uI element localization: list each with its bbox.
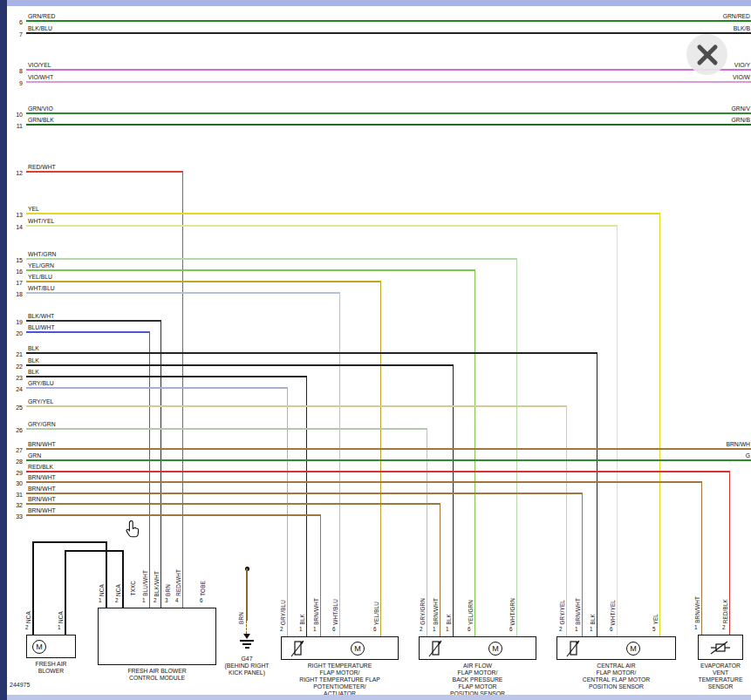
wire-color-label-22: BLK bbox=[28, 357, 39, 364]
wire-right-label-7: BLK/B bbox=[734, 25, 750, 31]
air-flow-flap-motor-label: BACK PRESSURE bbox=[413, 676, 543, 683]
wire-31 bbox=[26, 493, 583, 494]
fresh-air-blower-control-module-label: FRESH AIR BLOWER bbox=[92, 668, 222, 675]
central-air-flap-motor-pin-number: 2 bbox=[559, 626, 563, 632]
central-air-flap-motor-pin-label: GRY/YEL bbox=[559, 600, 565, 625]
potentiometer-icon bbox=[565, 639, 583, 662]
wire-number-13: 13 bbox=[7, 212, 23, 218]
wire-color-label-29: RED/BLK bbox=[28, 464, 53, 470]
air-flow-flap-motor-pin-number: 2 bbox=[420, 626, 423, 632]
air-flow-flap-motor-pin-number: 1 bbox=[446, 626, 449, 632]
wire-number-18: 18 bbox=[7, 291, 23, 297]
wire-number-15: 15 bbox=[7, 257, 23, 263]
wire-number-19: 19 bbox=[7, 319, 23, 325]
fresh-air-blower-pin-number: 2 bbox=[25, 624, 29, 630]
wire-17 bbox=[26, 281, 381, 282]
blower-wire-pin1-seg bbox=[65, 551, 66, 635]
fresh-air-blower-control-module-pin-number: 2 bbox=[154, 597, 157, 603]
wire-12 bbox=[26, 171, 183, 173]
wire-number-9: 9 bbox=[7, 80, 23, 86]
fresh-air-blower-control-module-label: CONTROL MODULE bbox=[92, 675, 222, 682]
right-temperature-flap-motor-pin-number: 1 bbox=[313, 626, 317, 632]
right-temperature-flap-motor-pin-label: BLK bbox=[299, 614, 305, 625]
wire-number-23: 23 bbox=[7, 375, 23, 381]
blower-wire-pin1-seg bbox=[122, 551, 124, 608]
diagram-number: 244975 bbox=[10, 682, 30, 688]
fresh-air-blower-pin-label: NCA bbox=[58, 611, 64, 623]
fresh-air-blower-control-module-pin-number: 2 bbox=[115, 597, 119, 603]
thermistor-icon bbox=[709, 640, 732, 659]
evaporator-vent-temperature-sensor-label: SENSOR bbox=[655, 683, 751, 690]
wire-25 bbox=[26, 405, 567, 407]
fresh-air-blower-control-module-pin-label: BLK/WHT bbox=[154, 571, 160, 596]
air-flow-flap-motor-pin-label: BLK bbox=[446, 614, 452, 625]
blower-wire-pin2-seg bbox=[32, 541, 107, 543]
wire-number-11: 11 bbox=[7, 123, 23, 129]
close-button[interactable] bbox=[686, 34, 727, 75]
right-temperature-flap-motor-pin-label: YEL/BLU bbox=[373, 601, 379, 625]
right-temperature-flap-motor-label: POTENTIOMETER/ bbox=[275, 683, 406, 690]
fresh-air-blower-control-module-pin-number: 4 bbox=[175, 597, 179, 603]
wire-20 bbox=[26, 331, 150, 333]
air-flow-flap-motor-pin-label: BRN/WHT bbox=[433, 598, 439, 625]
evaporator-vent-temperature-sensor-pin-label: RED/BLK bbox=[722, 599, 728, 623]
motor-icon: M bbox=[488, 642, 502, 656]
wire-color-label-33: BRN/WHT bbox=[28, 507, 56, 513]
blower-wire-pin2-seg bbox=[32, 542, 34, 635]
wire-number-17: 17 bbox=[7, 280, 23, 286]
right-temperature-flap-motor-label: RIGHT TEMPERATURE bbox=[275, 663, 406, 669]
wire-number-27: 27 bbox=[7, 447, 23, 453]
wire-10 bbox=[26, 112, 751, 114]
wire-12-drop bbox=[182, 172, 184, 608]
wire-24-drop bbox=[287, 388, 289, 636]
evaporator-vent-temperature-sensor-pin-label: BRN/WHT bbox=[694, 596, 700, 623]
fresh-air-blower-control-module-pin-number: 3 bbox=[165, 597, 168, 603]
wire-14 bbox=[26, 225, 618, 227]
right-temperature-flap-motor-pin-label: BRN/WHT bbox=[313, 598, 319, 625]
wire-color-label-31: BRN/WHT bbox=[28, 486, 56, 492]
wire-number-26: 26 bbox=[7, 427, 23, 433]
wire-color-label-21: BLK bbox=[28, 345, 39, 351]
wire-right-label-8: VIO/Y bbox=[734, 62, 750, 68]
right-temperature-flap-motor-pin-number: 2 bbox=[280, 626, 283, 632]
right-temperature-flap-motor-pin-number: 1 bbox=[299, 626, 303, 632]
wire-color-label-32: BRN/WHT bbox=[28, 496, 56, 502]
air-flow-flap-motor-pin-label: YEL/GRN bbox=[468, 600, 474, 625]
fresh-air-blower-control-module-pin-label: RED/WHT bbox=[175, 569, 181, 596]
wire-color-label-19: BLK/WHT bbox=[28, 313, 54, 319]
wire-number-6: 6 bbox=[7, 19, 23, 25]
wire-color-label-23: BLK bbox=[28, 369, 39, 375]
wire-number-32: 32 bbox=[7, 502, 23, 508]
wire-32-drop bbox=[440, 504, 441, 636]
air-flow-flap-motor-pin-label: GRY/GRN bbox=[420, 598, 426, 625]
air-flow-flap-motor-pin-number: 6 bbox=[509, 626, 513, 632]
air-flow-flap-motor-label: AIR FLOW bbox=[413, 663, 543, 669]
air-flow-flap-motor-pin-number: 1 bbox=[433, 626, 436, 632]
wire-color-label-28: GRN bbox=[28, 452, 41, 459]
hand-cursor-icon bbox=[123, 520, 142, 540]
wire-33-drop bbox=[320, 515, 322, 636]
central-air-flap-motor-pin-label: WHT/YEL bbox=[610, 600, 616, 625]
top-window-edge bbox=[7, 0, 751, 6]
fresh-air-blower-control-module-pin-number: 1 bbox=[99, 597, 102, 603]
wire-20-drop bbox=[149, 332, 151, 608]
wire-15 bbox=[26, 258, 517, 260]
fresh-air-blower-control-module-pin-label: BRN bbox=[165, 584, 171, 596]
wire-right-label-10: GRN/V bbox=[731, 105, 750, 112]
right-temperature-flap-motor-pin-number: 6 bbox=[373, 626, 377, 632]
wire-25-drop bbox=[566, 406, 568, 636]
central-air-flap-motor-pin-number: 1 bbox=[575, 626, 578, 632]
wire-color-label-12: RED/WHT bbox=[28, 164, 56, 170]
potentiometer-icon bbox=[427, 639, 445, 662]
wire-29-drop bbox=[729, 472, 731, 635]
wire-16-drop bbox=[474, 270, 476, 636]
motor-icon: M bbox=[626, 642, 640, 656]
wire-number-16: 16 bbox=[7, 268, 23, 275]
wire-29 bbox=[26, 471, 730, 472]
wire-color-label-20: BLU/WHT bbox=[28, 324, 55, 330]
wire-color-label-8: VIO/YEL bbox=[28, 62, 51, 68]
right-temperature-flap-motor-label: RIGHT TEMPERATURE FLAP bbox=[275, 676, 406, 683]
wire-9 bbox=[26, 81, 751, 83]
wire-23-drop bbox=[306, 377, 308, 636]
wire-color-label-30: BRN/WHT bbox=[28, 474, 56, 480]
